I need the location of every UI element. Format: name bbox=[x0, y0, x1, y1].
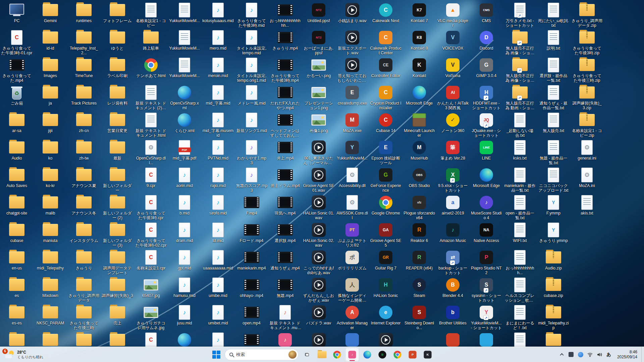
desktop-icon[interactable]: ヘルスコンプレッション＿歌詞.txt bbox=[504, 277, 536, 304]
desktop-icon[interactable]: Telepathy_Inst_2... bbox=[68, 29, 100, 56]
desktop-icon[interactable]: HHALion Sonic bbox=[370, 277, 402, 304]
desktop-icon[interactable]: ♪mid_字幕.musemid bbox=[202, 112, 234, 139]
desktop-icon[interactable]: ⚙OpenCvSharp.dll... bbox=[135, 139, 167, 166]
desktop-icon[interactable]: S↗syasinn - ショートカット bbox=[470, 277, 502, 304]
desktop-icon[interactable]: 路上駐車 bbox=[135, 29, 167, 56]
volume-button[interactable] bbox=[595, 349, 604, 360]
desktop-icon[interactable]: おっhhhhhhhhhh... bbox=[504, 249, 536, 276]
desktop-icon[interactable]: C9.cpr bbox=[135, 167, 167, 194]
desktop-icon[interactable]: Cきゅうり食ってた午後3時.cpr bbox=[135, 194, 167, 221]
desktop-icon[interactable]: 新しいフォルダー (3) bbox=[101, 222, 133, 249]
desktop-icon[interactable]: きゅうり食ってた.mp4 bbox=[1, 57, 33, 84]
desktop-icon[interactable]: SSteinberg Downlo... bbox=[403, 304, 435, 331]
desktop-icon[interactable]: フォトフレーム bbox=[101, 2, 133, 29]
desktop-icon[interactable]: ko-kr bbox=[34, 167, 66, 194]
desktop-icon[interactable]: 選択肢.mp4 bbox=[269, 222, 301, 249]
chrome-taskbar-button[interactable] bbox=[330, 348, 344, 361]
desktop-icon[interactable]: NT2おーばーまにあ.ppsf bbox=[303, 29, 335, 56]
desktop-icon[interactable]: HALion Sonic 02.wav bbox=[303, 222, 335, 249]
desktop-icon[interactable]: HALion Sonic 01.wav bbox=[303, 194, 335, 221]
desktop-icon[interactable]: 井上.mp4 bbox=[269, 139, 301, 166]
desktop-icon[interactable]: ↗無人販売不正行為 画像 - ショートカッ... bbox=[504, 29, 536, 56]
desktop-icon[interactable]: きゅうり食ってた午後3時.zip bbox=[571, 29, 603, 56]
desktop-icon[interactable]: 名称未設定1 - コピー.zip bbox=[571, 112, 603, 139]
desktop-icon[interactable]: DDiscord bbox=[470, 29, 502, 56]
desktop-icon[interactable]: cubase.zip bbox=[537, 277, 570, 304]
desktop-icon[interactable]: 調声練習(失敗)_3.zip bbox=[571, 84, 603, 111]
desktop-icon[interactable]: ずんだもん_しおかぜぇ.wav bbox=[303, 277, 335, 304]
desktop-icon[interactable]: ⇄↗backup - ショートカット bbox=[437, 249, 469, 276]
desktop-icon[interactable]: ko bbox=[34, 139, 66, 166]
desktop-icon[interactable]: ⚙MoZA.ini bbox=[571, 167, 603, 194]
desktop-icon[interactable]: GGIMP 3.0.4 bbox=[470, 57, 502, 84]
desktop-icon[interactable]: RReaktor 6 bbox=[403, 222, 435, 249]
desktop-icon[interactable]: レジ袋有料 bbox=[101, 84, 133, 111]
desktop-icon[interactable]: だれだFX入れたやつ.mp4 bbox=[269, 84, 301, 111]
desktop-icon[interactable]: ♪td.mid bbox=[202, 222, 234, 249]
desktop-icon[interactable]: 無題.mp4 bbox=[269, 277, 301, 304]
desktop-icon[interactable]: GRGuitar Rig 7 bbox=[370, 249, 402, 276]
wifi-button[interactable] bbox=[586, 349, 594, 360]
desktop-icon[interactable]: Ecreatedump.exe bbox=[336, 84, 368, 111]
desktop-icon[interactable]: F.mp4 bbox=[235, 194, 268, 221]
clock[interactable]: 8:46 2025/09/14 bbox=[614, 347, 641, 362]
desktop-icon[interactable]: maniuta bbox=[34, 222, 66, 249]
desktop-icon[interactable]: ♪新規 テキスト ドキュメント.musicxml bbox=[269, 304, 301, 331]
desktop-icon[interactable]: ♪きゅうり食ってた午後3時.mid bbox=[235, 2, 268, 29]
desktop-icon[interactable]: アナウンス夏 bbox=[68, 167, 100, 194]
desktop-icon[interactable]: ↗万引きメモ.txt - ショートカット bbox=[504, 2, 536, 29]
desktop-icon[interactable]: es-es bbox=[1, 304, 33, 331]
desktop-icon[interactable]: GAGroove Agent SE 5 bbox=[370, 222, 402, 249]
desktop-icon[interactable]: C名称未設定1.cpr bbox=[135, 249, 167, 276]
desktop-icon[interactable]: テンポあて.html bbox=[135, 57, 167, 84]
desktop-icon[interactable]: cubase bbox=[1, 222, 33, 249]
desktop-icon[interactable]: 新規 テキスト ドキュメント.html bbox=[135, 112, 167, 139]
desktop-icon[interactable]: K8Kontakt 8 bbox=[403, 29, 435, 56]
desktop-icon[interactable]: きゅうり食ってた午後三時 bbox=[68, 304, 100, 331]
search-box[interactable]: 検索 bbox=[225, 349, 299, 360]
desktop-icon[interactable]: chatgpt-site bbox=[1, 194, 33, 221]
desktop-icon[interactable]: OBSOBS Studio bbox=[403, 167, 435, 194]
desktop-icon[interactable]: 無人販売.txt bbox=[537, 112, 570, 139]
desktop-icon[interactable]: Track Pictures bbox=[68, 84, 100, 111]
desktop-icon[interactable]: ⚙AWSSDK.Core.dll bbox=[336, 194, 368, 221]
desktop-icon[interactable]: es bbox=[1, 277, 33, 304]
desktop-icon[interactable]: PDFmid_字幕.pdf bbox=[168, 139, 201, 166]
desktop-icon[interactable]: 人孤独なインディーゲーム開発者の一生... bbox=[336, 277, 368, 304]
task-view-taskbar-button[interactable] bbox=[300, 348, 314, 361]
desktop-icon[interactable]: ♪dram.mid bbox=[168, 222, 201, 249]
desktop-icon[interactable]: くらひ.xml bbox=[168, 112, 201, 139]
desktop-icon[interactable]: 死にたい_ω歌詞.txt bbox=[537, 2, 570, 29]
desktop-icon[interactable]: Y↗YukkuriMovieM... - ショートカット bbox=[470, 304, 502, 331]
desktop-icon[interactable]: Groove Agent SE 01.wav bbox=[303, 167, 335, 194]
desktop-icon[interactable]: jijii bbox=[34, 112, 66, 139]
desktop-icon[interactable]: PTぷよぷよ™テトリス®2 bbox=[336, 222, 368, 249]
desktop-icon[interactable]: PC bbox=[1, 2, 33, 29]
desktop-icon[interactable]: sfzPlogue sforzando x64 bbox=[403, 194, 435, 221]
desktop-icon[interactable]: YYukkuriMovieM... bbox=[336, 139, 368, 166]
desktop-icon[interactable]: ♪rajio.mid bbox=[202, 167, 234, 194]
desktop-icon[interactable]: Cきゅうり食ってた午後3時-01.cpr bbox=[1, 29, 33, 56]
desktop-icon[interactable]: midi_Telepathy bbox=[34, 249, 66, 276]
desktop-icon[interactable]: KKontakt bbox=[403, 57, 435, 84]
desktop-icon[interactable]: aairset2-2019 bbox=[437, 194, 469, 221]
desktop-icon[interactable]: TimeTune bbox=[68, 57, 100, 84]
desktop-icon[interactable]: Google Chrome bbox=[370, 194, 402, 221]
desktop-icon[interactable]: ♪sirofo.mid bbox=[202, 194, 234, 221]
chrome-profile-2-taskbar-button[interactable] bbox=[391, 348, 404, 361]
desktop-icon[interactable]: SSteam bbox=[403, 277, 435, 304]
desktop-icon[interactable]: JQ↗JQuake.exe - ショートカット bbox=[470, 112, 502, 139]
desktop-icon[interactable]: BBlender 4.4 bbox=[437, 277, 469, 304]
desktop-icon[interactable]: 説明.txt bbox=[537, 29, 570, 56]
desktop-icon[interactable]: open - 親作品一覧.txt bbox=[504, 194, 536, 221]
desktop-icon[interactable]: akis.txt bbox=[571, 194, 603, 221]
desktop-icon[interactable]: かるーい.png bbox=[303, 57, 335, 84]
desktop-icon[interactable]: bBrother Utilities bbox=[437, 304, 469, 331]
desktop-icon[interactable]: eInternet Explorer bbox=[370, 304, 402, 331]
show-desktop-button[interactable] bbox=[641, 347, 643, 362]
desktop-icon[interactable]: Microsoft Edge bbox=[470, 167, 502, 194]
desktop-icon[interactable]: _起動しない場合.txt bbox=[504, 112, 536, 139]
desktop-icon[interactable]: CCrypton Product Installer bbox=[370, 84, 402, 111]
ime-indicator[interactable]: あ bbox=[604, 349, 613, 360]
desktop-icon[interactable]: ♪タイトル未設定, tempo.orig1.mid bbox=[235, 57, 268, 84]
